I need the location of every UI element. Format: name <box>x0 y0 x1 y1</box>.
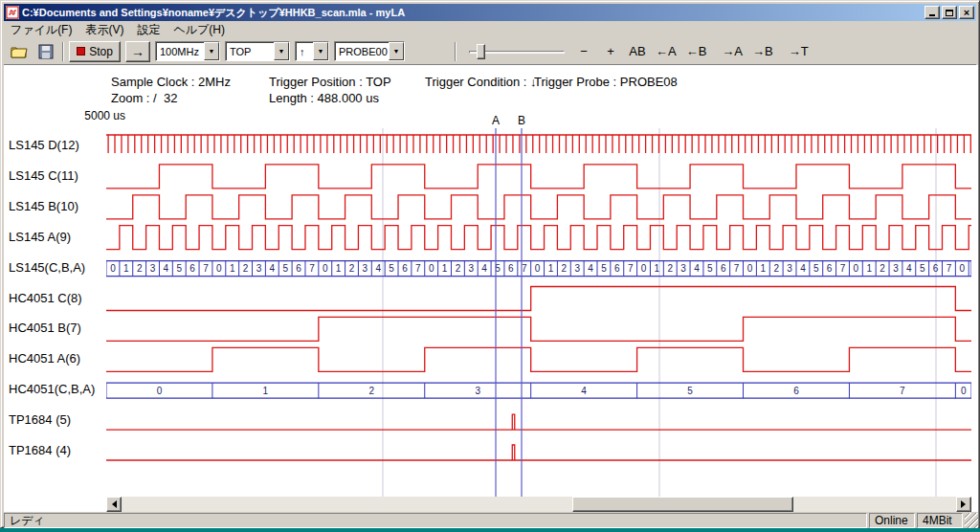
trigger-edge-select[interactable]: ↑ ▼ <box>295 41 329 61</box>
menu-view[interactable]: 表示(V) <box>78 20 130 40</box>
svg-text:4: 4 <box>164 263 169 274</box>
scrollbar-track[interactable] <box>122 497 956 512</box>
svg-text:0: 0 <box>110 263 116 274</box>
stop-button[interactable]: Stop <box>69 41 121 62</box>
svg-text:2: 2 <box>562 263 568 274</box>
online-status-badge: Online <box>869 513 915 528</box>
channel-label: LS145 D(12) <box>9 138 79 152</box>
svg-text:5: 5 <box>920 263 925 274</box>
menu-settings[interactable]: 設定 <box>130 20 167 40</box>
stop-icon <box>77 47 85 55</box>
zoom-slider-thumb[interactable] <box>477 44 485 59</box>
channel-label: HC4051(C,B,A) <box>9 382 95 396</box>
save-file-button[interactable] <box>34 42 57 61</box>
chevron-down-icon[interactable]: ▼ <box>389 42 404 60</box>
svg-text:1: 1 <box>761 263 767 274</box>
svg-text:6: 6 <box>189 263 195 274</box>
svg-text:2: 2 <box>880 263 885 274</box>
zoom-out-button[interactable]: − <box>572 42 595 61</box>
trigger-probe-select[interactable]: PROBE00 ▼ <box>334 41 405 61</box>
scroll-right-button[interactable] <box>956 497 971 512</box>
app-window: C:¥Documents and Settings¥noname¥デスクトップ¥… <box>0 0 980 528</box>
jump-next-b-button[interactable]: →B <box>749 42 776 61</box>
svg-text:1: 1 <box>230 263 235 274</box>
svg-text:7: 7 <box>203 263 209 274</box>
svg-text:6: 6 <box>296 263 301 274</box>
floppy-icon <box>38 44 54 59</box>
zoom-in-button[interactable]: + <box>599 42 622 61</box>
svg-text:1: 1 <box>548 263 554 274</box>
channel-label: LS145 A(9) <box>9 230 71 244</box>
chevron-down-icon[interactable]: ▼ <box>204 42 219 60</box>
svg-text:0: 0 <box>641 263 647 274</box>
close-icon: × <box>964 8 969 17</box>
ab-range-button[interactable]: AB <box>626 42 649 61</box>
right-arrow-icon <box>961 500 969 508</box>
svg-text:0: 0 <box>535 263 541 274</box>
app-icon <box>6 6 19 19</box>
open-folder-icon <box>11 45 28 58</box>
svg-text:5: 5 <box>707 263 713 274</box>
svg-text:1: 1 <box>442 263 448 274</box>
svg-text:6: 6 <box>793 386 799 396</box>
jump-prev-b-button[interactable]: ←B <box>683 42 710 61</box>
sample-clock-select[interactable]: 100MHz ▼ <box>155 41 220 61</box>
svg-text:4: 4 <box>581 386 587 396</box>
scroll-left-button[interactable] <box>106 497 122 512</box>
svg-text:7: 7 <box>522 263 527 274</box>
channel-label: LS145 B(10) <box>9 199 78 213</box>
cursor-b-label[interactable]: B <box>518 114 525 127</box>
jump-next-a-button[interactable]: →A <box>719 42 746 61</box>
svg-text:7: 7 <box>309 263 315 274</box>
jump-trigger-button[interactable]: →T <box>786 42 812 61</box>
zoom-info: Zoom : / 32 <box>111 91 177 105</box>
svg-text:4: 4 <box>481 263 487 274</box>
svg-text:3: 3 <box>363 263 368 274</box>
trigger-position-value: TOP <box>226 42 274 60</box>
svg-text:6: 6 <box>827 263 833 274</box>
svg-text:6: 6 <box>614 263 620 274</box>
run-button[interactable]: → <box>125 41 150 62</box>
trigger-position-select[interactable]: TOP ▼ <box>225 41 290 61</box>
menu-help[interactable]: ヘルプ(H) <box>167 20 232 40</box>
stop-button-label: Stop <box>89 45 113 58</box>
sample-clock-info: Sample Clock : 2MHz <box>111 75 231 89</box>
maximize-button[interactable] <box>942 6 957 19</box>
svg-text:0: 0 <box>961 386 967 396</box>
cursor-a-label[interactable]: A <box>492 114 500 127</box>
svg-text:0: 0 <box>429 263 434 274</box>
svg-text:7: 7 <box>840 263 846 274</box>
zoom-slider[interactable] <box>469 42 565 61</box>
svg-text:5: 5 <box>601 263 607 274</box>
chevron-down-icon[interactable]: ▼ <box>274 42 289 60</box>
minimize-button[interactable] <box>924 6 940 19</box>
time-division-label: 5000 us <box>54 109 125 122</box>
svg-text:0: 0 <box>157 386 163 396</box>
open-file-button[interactable] <box>8 42 31 61</box>
horizontal-scrollbar[interactable] <box>106 497 971 512</box>
channel-label: LS145(C,B,A) <box>9 260 85 275</box>
waveform-area[interactable]: 0123456701234567012345670123456701234567… <box>106 128 971 498</box>
svg-text:2: 2 <box>243 263 249 274</box>
run-icon: → <box>131 44 145 59</box>
channel-label: LS145 C(11) <box>9 168 78 183</box>
desktop: { "window": { "title": "C:¥Documents and… <box>0 0 980 532</box>
scrollbar-thumb[interactable] <box>572 497 793 512</box>
chevron-down-icon[interactable]: ▼ <box>313 42 328 60</box>
trigger-probe-value: PROBE00 <box>335 42 389 60</box>
minimize-icon <box>929 14 935 16</box>
left-arrow-icon <box>108 500 117 508</box>
resize-grip[interactable] <box>965 513 978 528</box>
svg-text:3: 3 <box>150 263 156 274</box>
svg-text:0: 0 <box>854 263 859 274</box>
svg-text:2: 2 <box>773 263 779 274</box>
svg-text:0: 0 <box>216 263 222 274</box>
jump-prev-a-button[interactable]: ←A <box>653 42 679 61</box>
svg-text:3: 3 <box>893 263 899 274</box>
svg-text:2: 2 <box>349 263 355 274</box>
close-button[interactable]: × <box>959 6 974 19</box>
svg-text:2: 2 <box>456 263 461 274</box>
channel-label: TP1684 (5) <box>9 412 71 427</box>
svg-text:7: 7 <box>947 263 952 274</box>
menu-file[interactable]: ファイル(F) <box>4 20 78 40</box>
